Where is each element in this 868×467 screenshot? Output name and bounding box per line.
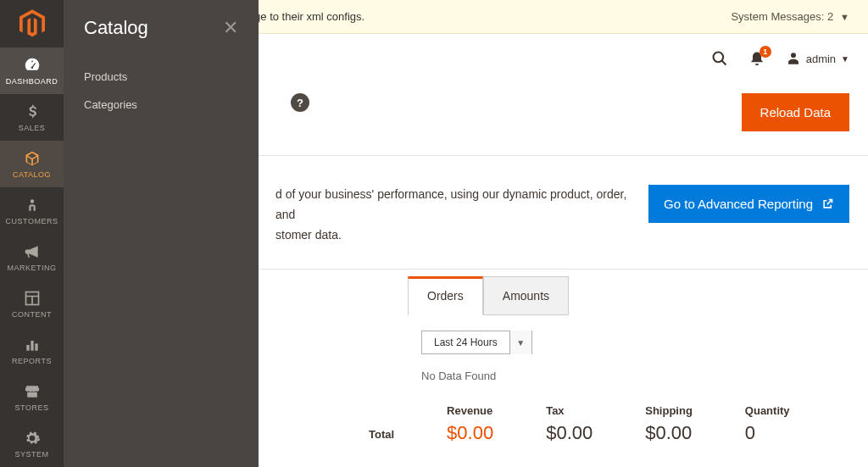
metric-quantity: Quantity 0	[745, 404, 790, 444]
nav-stores[interactable]: STORES	[0, 374, 64, 420]
flyout-title: Catalog	[84, 17, 148, 39]
chevron-down-icon: ▼	[841, 54, 849, 64]
nav-marketing[interactable]: MARKETING	[0, 234, 64, 281]
chevron-down-icon[interactable]: ▼	[840, 12, 849, 22]
nav-label: CONTENT	[12, 310, 52, 319]
help-icon[interactable]: ?	[291, 93, 309, 112]
catalog-flyout: Catalog ✕ Products Categories	[64, 0, 259, 467]
layout-icon	[23, 289, 42, 308]
metric-title: Shipping	[645, 404, 693, 417]
go-to-advanced-reporting-button[interactable]: Go to Advanced Reporting	[648, 185, 849, 223]
metric-title: Quantity	[745, 404, 790, 417]
metric-value: $0.00	[546, 422, 593, 444]
main-sidebar: DASHBOARD SALES CATALOG CUSTOMERS MARKET…	[0, 0, 64, 467]
metric-shipping: Shipping $0.00	[645, 404, 693, 444]
megaphone-icon	[23, 242, 42, 261]
magento-logo[interactable]	[0, 0, 64, 47]
tab-orders[interactable]: Orders	[408, 276, 483, 315]
gear-icon	[23, 429, 42, 448]
metric-title: Tax	[546, 404, 593, 417]
user-menu[interactable]: admin ▼	[786, 51, 849, 66]
dropdown-label: Last 24 Hours	[422, 336, 509, 348]
dashboard-icon	[23, 56, 42, 75]
timeframe-dropdown[interactable]: Last 24 Hours ▼	[421, 331, 532, 354]
nav-label: SYSTEM	[14, 450, 48, 459]
metric-value: $0.00	[447, 422, 493, 444]
reload-data-button[interactable]: Reload Data	[742, 93, 849, 131]
notification-badge: 1	[760, 46, 771, 58]
flyout-item-categories[interactable]: Categories	[64, 91, 259, 119]
metric-title: Revenue	[447, 404, 493, 417]
nav-label: MARKETING	[7, 264, 56, 272]
search-icon[interactable]	[711, 50, 728, 67]
nav-system[interactable]: SYSTEM	[0, 420, 64, 467]
nav-sales[interactable]: SALES	[0, 94, 64, 141]
external-link-icon	[821, 197, 834, 210]
svg-point-4	[713, 53, 723, 63]
adv-button-label: Go to Advanced Reporting	[664, 197, 813, 211]
svg-rect-3	[35, 343, 37, 350]
svg-rect-2	[31, 341, 33, 351]
metric-value: $0.00	[645, 422, 693, 444]
store-icon	[23, 382, 42, 401]
totals-label: Total	[369, 428, 394, 444]
nav-label: REPORTS	[12, 357, 52, 365]
magento-logo-icon	[19, 9, 45, 38]
filter-row: Last 24 Hours ▼	[421, 331, 868, 354]
no-data-text: No Data Found	[421, 370, 868, 382]
close-icon[interactable]: ✕	[223, 19, 238, 37]
nav-label: STORES	[15, 403, 49, 412]
metric-revenue: Revenue $0.00	[447, 404, 493, 444]
tabs: Orders Amounts	[408, 276, 868, 315]
nav-label: DASHBOARD	[6, 77, 58, 86]
nav-label: CATALOG	[13, 170, 51, 179]
nav-content[interactable]: CONTENT	[0, 281, 64, 327]
nav-catalog[interactable]: CATALOG	[0, 141, 64, 187]
chevron-down-icon: ▼	[509, 331, 531, 354]
nav-label: SALES	[19, 124, 46, 132]
bars-icon	[23, 336, 42, 354]
tab-amounts[interactable]: Amounts	[483, 276, 569, 315]
user-icon	[786, 51, 801, 66]
dollar-icon	[23, 103, 42, 121]
person-icon	[23, 196, 42, 214]
username: admin	[806, 53, 836, 65]
metric-value: 0	[745, 422, 790, 444]
cube-icon	[23, 149, 42, 168]
system-message-count[interactable]: System Messages: 2	[731, 10, 833, 23]
nav-dashboard[interactable]: DASHBOARD	[0, 47, 64, 94]
nav-reports[interactable]: REPORTS	[0, 327, 64, 374]
flyout-item-products[interactable]: Products	[64, 63, 259, 91]
notifications-icon[interactable]: 1	[748, 50, 765, 67]
totals-row: Total Revenue $0.00 Tax $0.00 Shipping $…	[369, 404, 868, 444]
svg-rect-1	[26, 345, 29, 351]
nav-label: CUSTOMERS	[6, 217, 58, 225]
metric-tax: Tax $0.00	[546, 404, 593, 444]
nav-customers[interactable]: CUSTOMERS	[0, 187, 64, 234]
